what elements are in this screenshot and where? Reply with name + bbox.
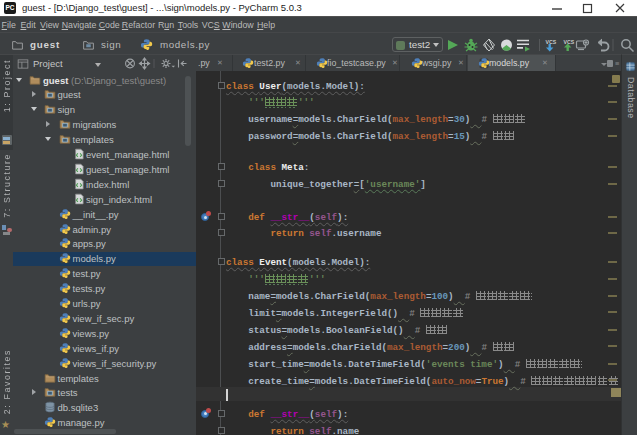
svg-text:VCS: VCS	[564, 39, 575, 45]
svg-text:VCS: VCS	[546, 39, 557, 45]
